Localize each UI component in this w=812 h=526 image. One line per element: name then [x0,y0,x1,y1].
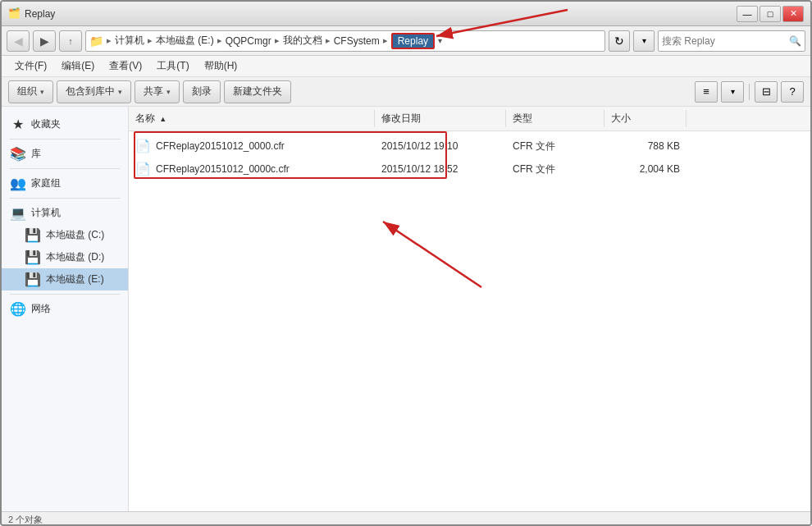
file-area: 名称 ▲ 修改日期 类型 大小 📄 CFReplay20151012_0000.… [129,107,810,511]
view-mode-button[interactable]: ≡ [695,81,718,103]
preview-pane-button[interactable]: ⊟ [755,81,778,103]
col-header-name[interactable]: 名称 ▲ [129,110,375,127]
file-icon-2: 📄 [135,162,151,176]
status-text: 2 个对象 [8,514,43,526]
computer-icon: 💻 [10,205,26,221]
file-name-2: CFReplay20151012_0000c.cfr [156,163,290,175]
search-input[interactable] [662,35,786,47]
new-folder-button[interactable]: 新建文件夹 [224,80,291,103]
search-icon[interactable]: 🔍 [789,35,801,47]
homegroup-icon: 👥 [10,176,26,191]
file-date-cell-2: 2015/10/12 18:52 [375,162,506,176]
share-arrow: ▾ [167,88,171,96]
col-header-size[interactable]: 大小 [604,110,687,127]
breadcrumb-bar: 📁 ▸ 计算机 ▸ 本地磁盘 (E:) ▸ QQPCmgr ▸ 我的文档 ▸ C… [85,30,605,52]
sidebar-label-drive-d: 本地磁盘 (D:) [46,250,104,264]
sidebar-item-homegroup[interactable]: 👥 家庭组 [2,172,128,194]
drive-c-icon: 💾 [25,227,41,243]
star-icon: ★ [10,117,26,132]
sidebar-item-network[interactable]: 🌐 网络 [2,298,128,320]
menu-file[interactable]: 文件(F) [8,57,53,75]
file-row-1[interactable]: 📄 CFReplay20151012_0000.cfr 2015/10/12 1… [129,135,810,158]
close-button[interactable]: ✕ [782,6,804,22]
breadcrumb-qqpcmgr[interactable]: QQPCmgr [226,35,271,47]
breadcrumb-drive-e[interactable]: 本地磁盘 (E:) [156,34,214,48]
sidebar-label-library: 库 [31,147,41,161]
sidebar-label-computer: 计算机 [31,206,61,220]
share-button[interactable]: 共享 ▾ [135,80,180,103]
menu-bar: 文件(F) 编辑(E) 查看(V) 工具(T) 帮助(H) [2,56,810,77]
menu-tools[interactable]: 工具(T) [150,57,195,75]
sidebar-label-favorites: 收藏夹 [31,117,61,131]
library-button[interactable]: 包含到库中 ▾ [57,80,131,103]
file-name-cell-1: 📄 CFReplay20151012_0000.cfr [129,137,375,155]
sidebar-label-network: 网络 [31,302,51,316]
sidebar-item-drive-e[interactable]: 💾 本地磁盘 (E:) [2,268,128,290]
window-title: Replay [25,8,55,20]
view-arrow-button[interactable]: ▾ [721,81,744,103]
toolbar: 组织 ▾ 包含到库中 ▾ 共享 ▾ 刻录 新建文件夹 ≡ ▾ ⊟ ? [2,77,810,107]
file-row-2[interactable]: 📄 CFReplay20151012_0000c.cfr 2015/10/12 … [129,158,810,181]
sidebar-item-drive-c[interactable]: 💾 本地磁盘 (C:) [2,224,128,246]
forward-button[interactable]: ▶ [33,30,56,52]
col-header-type[interactable]: 类型 [506,110,604,127]
file-name-cell-2: 📄 CFReplay20151012_0000c.cfr [129,160,375,178]
file-type-cell-1: CFR 文件 [506,138,604,155]
menu-edit[interactable]: 编辑(E) [55,57,101,75]
drive-e-icon: 💾 [25,272,41,287]
file-type-cell-2: CFR 文件 [506,161,604,178]
sidebar-label-drive-c: 本地磁盘 (C:) [46,228,104,242]
refresh-button[interactable]: ↻ [609,30,630,52]
sidebar-item-computer[interactable]: 💻 计算机 [2,202,128,224]
file-name-1: CFReplay20151012_0000.cfr [156,140,285,152]
window-controls: — □ ✕ [737,6,804,22]
status-bar: 2 个对象 [2,511,810,526]
file-size-cell-2: 2,004 KB [604,162,687,176]
burn-button[interactable]: 刻录 [183,80,221,103]
organize-arrow: ▾ [40,88,44,96]
drive-d-icon: 💾 [25,249,41,265]
file-rows-container: 📄 CFReplay20151012_0000.cfr 2015/10/12 1… [129,131,810,184]
sidebar-label-homegroup: 家庭组 [31,176,61,190]
sidebar-item-drive-d[interactable]: 💾 本地磁盘 (D:) [2,246,128,268]
organize-button[interactable]: 组织 ▾ [8,80,53,103]
sidebar-item-library[interactable]: 📚 库 [2,143,128,165]
sidebar-section-library: 📚 库 [2,143,128,165]
sidebar-section-computer: 💻 计算机 💾 本地磁盘 (C:) 💾 本地磁盘 (D:) 💾 本地磁盘 (E:… [2,202,128,290]
file-size-cell-1: 788 KB [604,139,687,153]
sidebar-label-drive-e: 本地磁盘 (E:) [46,272,104,286]
title-bar-left: 🗂️ Replay [8,7,55,21]
toolbar-separator [749,84,750,100]
file-list-header: 名称 ▲ 修改日期 类型 大小 [129,107,810,131]
up-button[interactable]: ↑ [59,30,82,52]
dropdown-button[interactable]: ▾ [633,30,655,52]
maximize-button[interactable]: □ [760,6,781,22]
search-bar: 🔍 [658,30,805,52]
library-icon: 📚 [10,146,26,162]
sidebar-section-favorites: ★ 收藏夹 [2,113,128,135]
arrow-to-files [383,222,481,287]
folder-icon: 📁 [89,34,103,48]
file-date-cell-1: 2015/10/12 19:10 [375,139,506,153]
breadcrumb-cfsystem[interactable]: CFSystem [334,35,380,47]
window-icon: 🗂️ [8,7,21,21]
col-header-date[interactable]: 修改日期 [375,110,506,127]
sidebar-section-homegroup: 👥 家庭组 [2,172,128,194]
menu-help[interactable]: 帮助(H) [198,57,244,75]
library-arrow: ▾ [118,88,122,96]
back-button[interactable]: ◀ [7,30,30,52]
minimize-button[interactable]: — [737,6,758,22]
file-icon-1: 📄 [135,139,151,153]
breadcrumb-replay[interactable]: Replay [391,33,435,49]
breadcrumb-dropdown[interactable]: ▾ [438,36,442,45]
network-icon: 🌐 [10,301,26,317]
main-area: ★ 收藏夹 📚 库 👥 家庭组 💻 [2,107,810,511]
breadcrumb-mydocs[interactable]: 我的文档 [283,34,322,48]
sidebar-item-favorites[interactable]: ★ 收藏夹 [2,113,128,135]
title-bar: 🗂️ Replay — □ ✕ [2,2,810,26]
menu-view[interactable]: 查看(V) [103,57,148,75]
help-button[interactable]: ? [781,81,804,103]
breadcrumb-computer[interactable]: 计算机 [115,34,144,48]
sidebar: ★ 收藏夹 📚 库 👥 家庭组 💻 [2,107,129,511]
address-bar: ◀ ▶ ↑ 📁 ▸ 计算机 ▸ 本地磁盘 (E:) ▸ QQPCmgr ▸ 我的… [2,26,810,56]
